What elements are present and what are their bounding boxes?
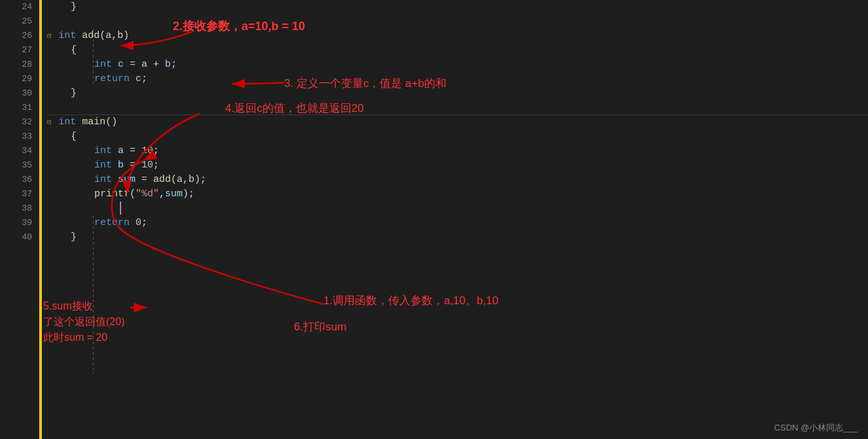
- code-token: c: [118, 58, 124, 72]
- code-line-24: }: [47, 0, 868, 14]
- line-num-36: 36: [0, 173, 32, 187]
- code-token: b: [165, 58, 171, 72]
- code-line-27: {: [47, 43, 868, 58]
- code-token: b: [118, 158, 124, 173]
- line-num-31: 31: [0, 101, 32, 115]
- code-area: } ⊟ int add(a,b) { int c = a + b; return…: [42, 0, 868, 439]
- code-line-33: {: [47, 130, 868, 144]
- code-token: [47, 58, 94, 72]
- code-token: 10: [141, 158, 153, 173]
- code-token: =: [136, 173, 153, 187]
- code-token: [130, 72, 136, 86]
- code-token: [47, 216, 94, 230]
- code-line-36: int sum = add(a,b);: [47, 173, 868, 187]
- code-line-29: return c;: [47, 72, 868, 86]
- code-line-26: ⊟ int add(a,b): [47, 29, 868, 43]
- line-num-28: 28: [0, 58, 32, 72]
- annotation-5: 5.sum接收了这个返回值(20)此时sum = 20: [43, 298, 124, 345]
- code-token: =: [124, 158, 141, 173]
- code-token: ;: [171, 58, 177, 72]
- code-token: ;: [153, 144, 159, 158]
- code-token: [76, 115, 82, 130]
- code-token: [130, 216, 136, 230]
- code-token: 10: [141, 144, 153, 158]
- code-token: c: [136, 72, 141, 86]
- line-numbers: 24 25 26 27 28 29 30 31 32 33 34 35 36 3…: [0, 0, 39, 439]
- code-line-31: [47, 101, 868, 115]
- code-token: +: [147, 58, 165, 72]
- line-num-27: 27: [0, 43, 32, 58]
- code-token: ;: [153, 158, 159, 173]
- code-line-39: return 0;: [47, 216, 868, 230]
- code-line-38: [47, 202, 868, 216]
- code-token: [112, 58, 118, 72]
- code-token: (): [105, 115, 117, 130]
- fold-icon-32[interactable]: ⊟: [47, 115, 56, 130]
- code-token: (: [130, 187, 136, 202]
- line-num-37: 37: [0, 187, 32, 202]
- code-token: "%d": [136, 187, 159, 202]
- code-token: );: [183, 187, 194, 202]
- code-token: }: [47, 0, 77, 14]
- line-num-39: 39: [0, 216, 32, 230]
- code-token: int: [94, 173, 112, 187]
- code-token: [76, 29, 82, 43]
- line-num-26: 26: [0, 29, 32, 43]
- code-line-35: int b = 10;: [47, 158, 868, 173]
- editor-container: 24 25 26 27 28 29 30 31 32 33 34 35 36 3…: [0, 0, 868, 439]
- code-line-28: int c = a + b;: [47, 58, 868, 72]
- code-token: sum: [165, 187, 183, 202]
- code-token: [47, 144, 94, 158]
- code-token: printf: [94, 187, 130, 202]
- annotation-6: 6.打印sum: [294, 319, 346, 334]
- code-token: [47, 187, 94, 202]
- code-token: =: [124, 58, 141, 72]
- code-token: int: [94, 158, 112, 173]
- code-token: add: [82, 29, 99, 43]
- fold-icon-26[interactable]: ⊟: [47, 29, 56, 43]
- line-num-34: 34: [0, 144, 32, 158]
- code-token: [47, 158, 94, 173]
- code-token: sum: [118, 173, 136, 187]
- code-line-32: ⊟ int main(): [47, 115, 868, 130]
- line-num-30: 30: [0, 86, 32, 101]
- code-token: [47, 173, 94, 187]
- code-token: =: [124, 144, 141, 158]
- code-token: ,: [159, 187, 165, 202]
- code-token: 0: [136, 216, 141, 230]
- watermark: CSDN @小林同志___: [774, 422, 858, 434]
- code-line-40: }: [47, 230, 868, 245]
- line-num-38: 38: [0, 202, 32, 216]
- code-token: return: [94, 72, 130, 86]
- line-num-33: 33: [0, 130, 32, 144]
- code-token: a: [118, 144, 124, 158]
- code-token: {: [47, 43, 77, 58]
- code-token: return: [94, 216, 130, 230]
- code-token: add: [153, 173, 171, 187]
- line-num-40: 40: [0, 230, 32, 245]
- code-line-37: printf("%d",sum);: [47, 187, 868, 202]
- code-line-30: }: [47, 86, 868, 101]
- code-token: [112, 158, 118, 173]
- code-token: main: [82, 115, 105, 130]
- code-token: ;: [141, 72, 147, 86]
- code-token: (a,b);: [171, 173, 206, 187]
- code-token: ;: [141, 216, 147, 230]
- line-num-35: 35: [0, 158, 32, 173]
- code-token: int: [58, 29, 76, 43]
- annotation-1: 1.调用函数，传入参数，a,10。b,10: [323, 293, 498, 308]
- line-num-24: 24: [0, 0, 32, 14]
- code-token: {: [47, 130, 77, 144]
- line-num-32: 32: [0, 115, 32, 130]
- line-num-29: 29: [0, 72, 32, 86]
- code-token: a: [141, 58, 147, 72]
- code-token: [47, 72, 94, 86]
- code-token: [112, 173, 118, 187]
- code-token: [112, 144, 118, 158]
- code-token: int: [94, 144, 112, 158]
- code-token: (a,b): [99, 29, 129, 43]
- code-token: }: [47, 230, 77, 245]
- code-token: int: [58, 115, 76, 130]
- line-num-25: 25: [0, 14, 32, 29]
- code-line-34: int a = 10;: [47, 144, 868, 158]
